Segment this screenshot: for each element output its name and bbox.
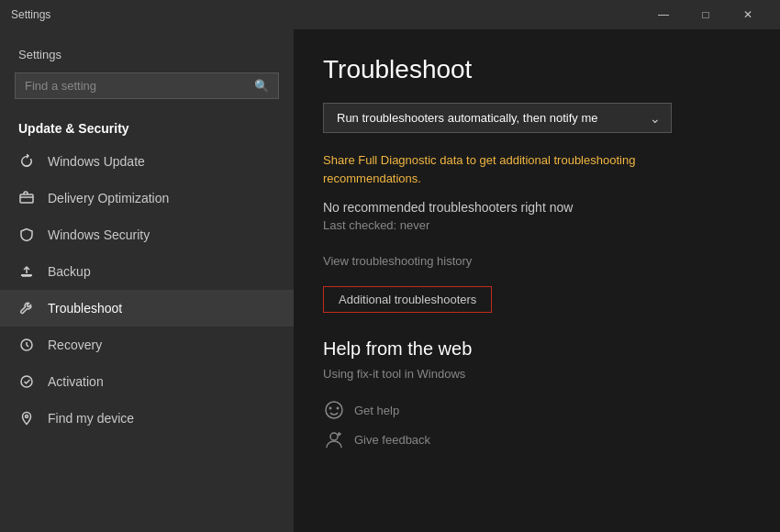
sidebar-item-windows-security[interactable]: Windows Security bbox=[0, 216, 294, 253]
sidebar-item-find-my-device[interactable]: Find my device bbox=[0, 400, 294, 437]
diagnostic-link[interactable]: recommendations. bbox=[323, 172, 421, 185]
sidebar-label-delivery-optimization: Delivery Optimization bbox=[48, 191, 169, 205]
dropdown-row: Run troubleshooters automatically, then … bbox=[323, 103, 751, 133]
sidebar-section-title: Update & Security bbox=[0, 110, 294, 143]
activation-icon bbox=[18, 373, 35, 390]
svg-rect-1 bbox=[21, 274, 32, 276]
search-icon: 🔍 bbox=[254, 79, 269, 93]
last-checked-text: Last checked: never bbox=[323, 218, 751, 232]
svg-rect-0 bbox=[20, 194, 33, 203]
find-icon bbox=[18, 410, 35, 427]
sidebar-label-activation: Activation bbox=[48, 374, 104, 389]
app-body: Settings 🔍 Update & Security Windows Upd… bbox=[0, 29, 780, 532]
svg-point-6 bbox=[329, 407, 332, 410]
shield-icon bbox=[18, 227, 35, 243]
sidebar: Settings 🔍 Update & Security Windows Upd… bbox=[0, 29, 294, 532]
sidebar-label-windows-security: Windows Security bbox=[48, 227, 150, 242]
get-help-label: Get help bbox=[354, 404, 399, 417]
close-button[interactable]: ✕ bbox=[727, 0, 769, 29]
sidebar-item-windows-update[interactable]: Windows Update bbox=[0, 143, 294, 180]
refresh-icon bbox=[18, 153, 35, 170]
sidebar-item-activation[interactable]: Activation bbox=[0, 363, 294, 400]
minimize-button[interactable]: — bbox=[642, 0, 685, 29]
sidebar-item-delivery-optimization[interactable]: Delivery Optimization bbox=[0, 180, 294, 216]
sidebar-item-troubleshoot[interactable]: Troubleshoot bbox=[0, 290, 294, 327]
give-feedback-label: Give feedback bbox=[354, 433, 430, 447]
sidebar-header: Settings bbox=[0, 29, 294, 69]
tool-icon bbox=[18, 300, 35, 316]
view-history-link[interactable]: View troubleshooting history bbox=[323, 254, 751, 268]
sidebar-label-recovery: Recovery bbox=[48, 338, 102, 352]
help-subtitle: Using fix-it tool in Windows bbox=[323, 367, 751, 381]
sidebar-label-find-my-device: Find my device bbox=[48, 411, 134, 426]
recovery-icon bbox=[18, 337, 35, 353]
search-box: 🔍 bbox=[15, 72, 279, 99]
delivery-icon bbox=[18, 190, 35, 206]
svg-point-4 bbox=[26, 416, 28, 418]
no-recommended-text: No recommended troubleshooters right now bbox=[323, 200, 751, 215]
troubleshoot-mode-dropdown[interactable]: Run troubleshooters automatically, then … bbox=[323, 103, 672, 133]
content-area: Troubleshoot Run troubleshooters automat… bbox=[294, 29, 780, 532]
sidebar-label-troubleshoot: Troubleshoot bbox=[48, 301, 122, 316]
titlebar: Settings — □ ✕ bbox=[0, 0, 780, 29]
svg-point-5 bbox=[326, 402, 342, 418]
sidebar-item-recovery[interactable]: Recovery bbox=[0, 327, 294, 363]
sidebar-label-windows-update: Windows Update bbox=[48, 154, 145, 169]
give-feedback-link[interactable]: Give feedback bbox=[323, 425, 751, 454]
additional-troubleshooters-button[interactable]: Additional troubleshooters bbox=[323, 286, 492, 313]
dropdown-wrapper[interactable]: Run troubleshooters automatically, then … bbox=[323, 103, 672, 133]
get-help-link[interactable]: Get help bbox=[323, 395, 751, 425]
help-section-title: Help from the web bbox=[323, 338, 751, 360]
backup-icon bbox=[18, 263, 35, 280]
page-title: Troubleshoot bbox=[323, 55, 751, 84]
titlebar-controls: — □ ✕ bbox=[642, 0, 769, 29]
titlebar-title: Settings bbox=[11, 8, 642, 21]
sidebar-label-backup: Backup bbox=[48, 264, 91, 279]
maximize-button[interactable]: □ bbox=[685, 0, 727, 29]
search-input[interactable] bbox=[25, 79, 254, 93]
svg-point-8 bbox=[330, 433, 338, 440]
svg-point-7 bbox=[337, 407, 340, 410]
give-feedback-icon bbox=[323, 428, 345, 450]
diagnostic-info: Share Full Diagnostic data to get additi… bbox=[323, 151, 751, 187]
sidebar-item-backup[interactable]: Backup bbox=[0, 253, 294, 290]
get-help-icon bbox=[323, 399, 345, 421]
diagnostic-text: Share Full Diagnostic data to get additi… bbox=[323, 153, 635, 167]
svg-point-3 bbox=[21, 376, 32, 387]
